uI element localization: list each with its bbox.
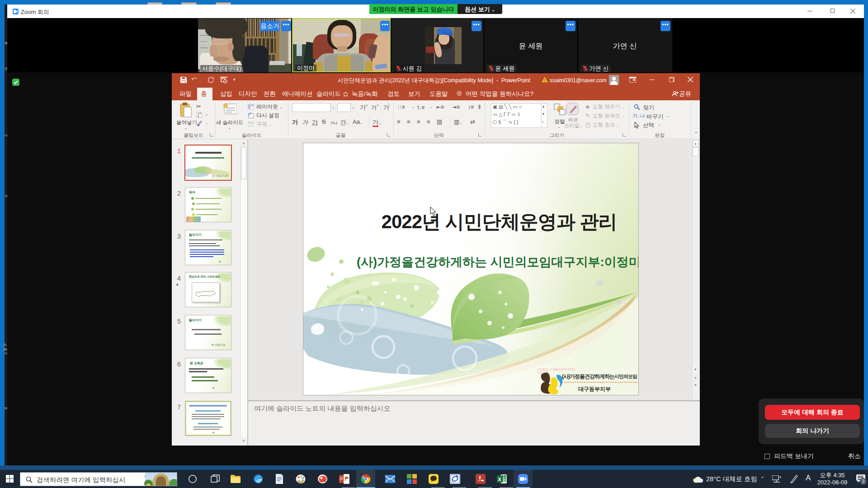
- svg-text:P: P: [340, 477, 343, 482]
- svg-text:X: X: [498, 477, 502, 482]
